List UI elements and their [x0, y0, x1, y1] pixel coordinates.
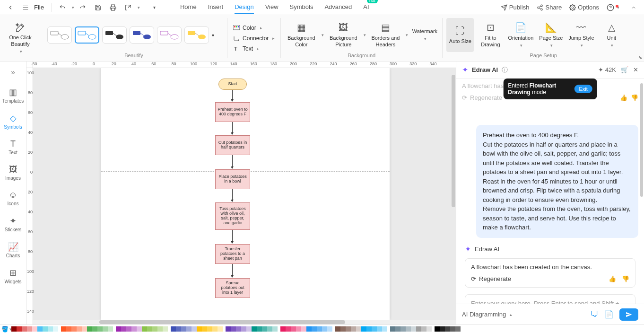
text-dropdown[interactable]: TText▸: [231, 44, 277, 53]
bg-pic-dd[interactable]: ▾: [364, 33, 366, 37]
style-swatch-3[interactable]: [102, 26, 127, 44]
color-swatch[interactable]: [346, 326, 351, 332]
undo-dropdown[interactable]: ▾: [72, 5, 74, 10]
color-swatch[interactable]: [257, 326, 262, 332]
color-swatch[interactable]: [421, 326, 426, 332]
connector-dropdown[interactable]: Connector▸: [231, 34, 277, 43]
back-button[interactable]: [4, 1, 17, 14]
color-swatch[interactable]: [296, 326, 301, 332]
ai-input[interactable]: Enter your query here. Press Enter to se…: [465, 294, 635, 304]
color-swatch[interactable]: [252, 326, 257, 332]
color-swatch[interactable]: [286, 326, 291, 332]
style-swatch-5[interactable]: [157, 26, 182, 44]
horizontal-scrollbar[interactable]: [33, 320, 456, 324]
flowchart-node-4[interactable]: Toss potatoes with olive oil, salt, pepp…: [215, 202, 250, 230]
ai-attach-icon[interactable]: 🗨: [590, 309, 599, 319]
color-swatch[interactable]: [406, 326, 411, 332]
color-swatch[interactable]: [377, 326, 382, 332]
color-swatch[interactable]: [366, 326, 372, 332]
color-swatch[interactable]: [137, 326, 142, 332]
ai-mode-select[interactable]: AI Diagramming▴: [462, 311, 512, 318]
color-swatch[interactable]: [340, 326, 346, 332]
color-swatch[interactable]: [108, 326, 113, 332]
undo-button[interactable]: [56, 1, 69, 14]
sidebar-images[interactable]: 🖼Images: [0, 163, 26, 183]
color-swatch[interactable]: [411, 326, 416, 332]
color-swatch[interactable]: [390, 326, 395, 332]
thumbs-down-icon[interactable]: 👎: [622, 275, 629, 282]
watermark-button[interactable]: Watermark▾: [411, 18, 438, 52]
color-swatch[interactable]: [163, 326, 168, 332]
sidebar-icons[interactable]: ☺Icons: [0, 188, 26, 208]
color-swatch[interactable]: [202, 326, 207, 332]
bg-color-dd[interactable]: ▾: [322, 33, 324, 37]
unit-button[interactable]: △Unit▾: [598, 18, 625, 52]
color-swatch[interactable]: [291, 326, 296, 332]
color-swatch[interactable]: [27, 326, 32, 332]
color-swatch[interactable]: [131, 326, 137, 332]
color-swatch[interactable]: [231, 326, 236, 332]
publish-button[interactable]: Publish: [501, 4, 530, 11]
flowchart-start[interactable]: Start: [218, 79, 247, 90]
export-button[interactable]: [122, 1, 135, 14]
color-swatch[interactable]: [280, 326, 286, 332]
color-swatch[interactable]: [126, 326, 131, 332]
color-swatch[interactable]: [121, 326, 126, 332]
print-button[interactable]: [106, 1, 120, 14]
tab-insert[interactable]: Insert: [208, 0, 224, 14]
color-swatch[interactable]: [171, 326, 176, 332]
color-swatch[interactable]: [103, 326, 108, 332]
sidebar-widgets[interactable]: ⊞Widgets: [0, 266, 26, 286]
sidebar-stickers[interactable]: ✦Stickers: [0, 214, 26, 234]
style-swatch-4[interactable]: [130, 26, 154, 44]
color-swatch[interactable]: [22, 326, 27, 332]
color-swatch[interactable]: [32, 326, 37, 332]
ai-close-icon[interactable]: ✕: [633, 66, 638, 73]
tab-design[interactable]: Design: [235, 0, 253, 14]
tab-ai[interactable]: AIhot: [363, 0, 369, 14]
color-swatch[interactable]: [66, 326, 71, 332]
color-swatch[interactable]: [440, 326, 445, 332]
color-swatch[interactable]: [43, 326, 48, 332]
color-swatch[interactable]: [82, 326, 87, 332]
color-swatch[interactable]: [53, 326, 58, 332]
borders-headers-button[interactable]: ▤Borders and Headers: [369, 18, 402, 52]
color-swatch[interactable]: [241, 326, 246, 332]
fit-drawing-button[interactable]: ⊡Fit to Drawing: [477, 18, 504, 52]
style-swatch-1[interactable]: [47, 26, 72, 44]
color-swatch[interactable]: [92, 326, 97, 332]
flowchart-node-2[interactable]: Cut potatoes in half quarters: [215, 135, 250, 155]
tab-advanced[interactable]: Advanced: [324, 0, 352, 14]
color-swatch[interactable]: [267, 326, 272, 332]
style-gallery-more[interactable]: ▾: [212, 31, 220, 38]
color-swatch[interactable]: [400, 326, 406, 332]
color-swatch[interactable]: [37, 326, 43, 332]
collapse-ribbon[interactable]: [627, 1, 640, 14]
v-scroll-thumb[interactable]: [452, 75, 455, 207]
color-swatch[interactable]: [207, 326, 212, 332]
color-swatch[interactable]: [11, 326, 17, 332]
ai-help-icon[interactable]: ⓘ: [502, 66, 508, 74]
redo-button[interactable]: [76, 1, 89, 14]
color-dropdown[interactable]: Color▸: [231, 24, 277, 32]
color-swatch[interactable]: [48, 326, 53, 332]
color-swatch[interactable]: [226, 326, 231, 332]
color-swatch[interactable]: [147, 326, 152, 332]
flowchart-node-5[interactable]: Transfer potatoes to a sheet pan: [215, 244, 250, 264]
canvas[interactable]: -60-40-200204060801001201401601802002202…: [26, 61, 456, 324]
color-swatch[interactable]: [317, 326, 322, 332]
expand-sidebar[interactable]: »: [8, 65, 18, 79]
orientation-button[interactable]: 📄Orientation▾: [507, 18, 534, 52]
style-swatch-6[interactable]: [184, 26, 209, 44]
one-click-beautify[interactable]: One Click Beautify ▾: [4, 22, 37, 53]
color-swatch[interactable]: [382, 326, 387, 332]
color-swatch[interactable]: [191, 326, 197, 332]
ai-send-button[interactable]: [619, 308, 638, 321]
sidebar-symbols[interactable]: ◇Symbols: [0, 111, 26, 131]
sidebar-templates[interactable]: ▥Templates: [0, 85, 26, 105]
page[interactable]: Start Preheat oven to 400 degrees F Cut …: [101, 68, 390, 320]
page-size-button[interactable]: 📐Page Size▾: [537, 18, 565, 52]
color-swatch[interactable]: [450, 326, 455, 332]
page-setup-launcher[interactable]: ⬊: [638, 55, 642, 60]
save-button[interactable]: [91, 1, 104, 14]
